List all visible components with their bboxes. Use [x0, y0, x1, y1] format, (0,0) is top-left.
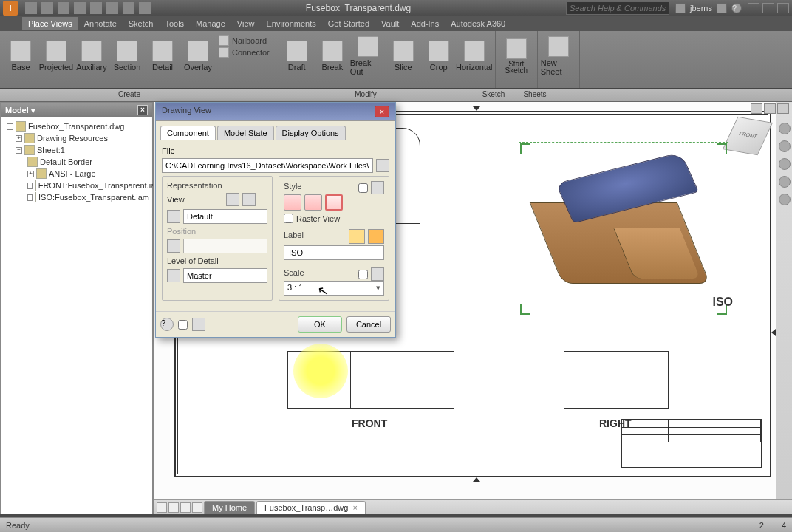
- close-button[interactable]: [777, 3, 789, 13]
- ok-button[interactable]: OK: [298, 316, 342, 332]
- tab-document[interactable]: Fusebox_Transp…dwg×: [256, 501, 366, 514]
- breakout-button[interactable]: Break Out: [350, 34, 386, 78]
- raster-checkbox[interactable]: [284, 214, 293, 223]
- maximize-button[interactable]: [762, 3, 774, 13]
- section-button[interactable]: Section: [109, 34, 145, 78]
- doc-minimize-button[interactable]: [751, 103, 762, 114]
- break-button[interactable]: Break: [315, 34, 350, 78]
- collapse-icon[interactable]: −: [16, 147, 22, 154]
- qat-home-icon[interactable]: [123, 2, 134, 14]
- overlay-button[interactable]: Overlay: [180, 34, 216, 78]
- scale-link-icon[interactable]: [371, 267, 384, 281]
- view-assoc-icon[interactable]: [226, 193, 239, 206]
- qat-new-icon[interactable]: [25, 2, 37, 14]
- tab-close-icon[interactable]: ×: [352, 503, 357, 512]
- qat-more-icon[interactable]: [139, 2, 151, 14]
- tab-nav-prev-icon[interactable]: [168, 502, 179, 513]
- tab-manage[interactable]: Manage: [190, 17, 231, 30]
- style-hidden-icon[interactable]: [284, 194, 301, 211]
- tab-a360[interactable]: Autodesk A360: [445, 17, 511, 30]
- lod-select[interactable]: Master: [183, 268, 267, 283]
- tree-sheet[interactable]: −Sheet:1: [4, 144, 149, 156]
- crop-button[interactable]: Crop: [421, 34, 457, 78]
- tree-ansi-large[interactable]: +ANSI - Large: [4, 168, 149, 180]
- new-sheet-button[interactable]: New Sheet: [541, 34, 576, 78]
- tab-tools[interactable]: Tools: [159, 17, 190, 30]
- dialog-option-checkbox[interactable]: [178, 320, 188, 330]
- doc-maximize-button[interactable]: [764, 103, 776, 114]
- tab-sketch[interactable]: Sketch: [123, 17, 160, 30]
- qat-open-icon[interactable]: [41, 2, 53, 14]
- tab-get-started[interactable]: Get Started: [322, 17, 375, 30]
- doc-close-button[interactable]: [777, 103, 789, 114]
- tab-model-state[interactable]: Model State: [217, 126, 274, 140]
- dialog-close-button[interactable]: ×: [375, 106, 389, 117]
- qat-save-icon[interactable]: [58, 2, 69, 14]
- orient-arrow-top-icon[interactable]: [473, 106, 480, 111]
- expand-icon[interactable]: +: [27, 194, 33, 201]
- browser-header[interactable]: Model ▾ ×: [1, 103, 152, 117]
- connector-button[interactable]: Connector: [219, 47, 270, 58]
- orient-arrow-bottom-icon[interactable]: [473, 477, 480, 482]
- tab-environments[interactable]: Environments: [261, 17, 322, 30]
- qat-undo-icon[interactable]: [74, 2, 86, 14]
- tree-default-border[interactable]: Default Border: [4, 156, 149, 168]
- tab-addins[interactable]: Add-Ins: [405, 17, 445, 30]
- tree-root[interactable]: −Fusebox_Transparent.dwg: [4, 120, 149, 132]
- exchange-icon[interactable]: [717, 3, 727, 13]
- scale-select[interactable]: 3 : 1: [284, 281, 384, 296]
- label-visibility-button[interactable]: [349, 229, 365, 244]
- slice-button[interactable]: Slice: [386, 34, 421, 78]
- front-view-geometry[interactable]: [287, 351, 454, 409]
- tab-vault[interactable]: Vault: [375, 17, 405, 30]
- expand-icon[interactable]: +: [27, 183, 33, 189]
- cancel-button[interactable]: Cancel: [346, 316, 391, 332]
- tree-front-view[interactable]: +FRONT:Fusebox_Transparent.iam: [4, 180, 149, 191]
- title-block[interactable]: [621, 419, 762, 468]
- projected-button[interactable]: Projected: [38, 34, 74, 78]
- expand-icon[interactable]: +: [27, 171, 34, 177]
- pan-icon[interactable]: [779, 140, 791, 152]
- file-browse-button[interactable]: [376, 159, 389, 172]
- view-rep-icon[interactable]: [167, 210, 180, 223]
- tab-nav-first-icon[interactable]: [157, 502, 167, 513]
- style-link-icon[interactable]: [371, 181, 384, 194]
- lod-rep-icon[interactable]: [167, 269, 180, 282]
- zoom-icon[interactable]: [779, 158, 791, 170]
- qat-print-icon[interactable]: [106, 2, 118, 14]
- right-view-geometry[interactable]: [564, 351, 669, 409]
- signin-icon[interactable]: [675, 3, 686, 13]
- label-input[interactable]: [284, 245, 384, 260]
- help-icon[interactable]: ?: [731, 3, 742, 13]
- lookat-icon[interactable]: [779, 194, 791, 205]
- dialog-orient-icon[interactable]: [192, 318, 205, 331]
- base-button[interactable]: Base: [3, 34, 38, 78]
- tab-nav-next-icon[interactable]: [180, 502, 191, 513]
- nailboard-button[interactable]: Nailboard: [219, 35, 270, 46]
- detail-button[interactable]: Detail: [145, 34, 180, 78]
- view-options-icon[interactable]: [242, 193, 256, 206]
- expand-icon[interactable]: +: [16, 135, 22, 142]
- tab-my-home[interactable]: My Home: [204, 501, 255, 514]
- label-edit-button[interactable]: [368, 229, 384, 244]
- collapse-icon[interactable]: −: [7, 123, 13, 130]
- auxiliary-button[interactable]: Auxiliary: [74, 34, 109, 78]
- tab-annotate[interactable]: Annotate: [78, 17, 123, 30]
- browser-close-button[interactable]: ×: [137, 105, 148, 115]
- tree-iso-view[interactable]: +ISO:Fusebox_Transparent.iam: [4, 191, 149, 203]
- iso-view-preview[interactable]: ISO: [520, 143, 727, 315]
- orbit-icon[interactable]: [779, 176, 791, 188]
- view-select[interactable]: Default: [183, 209, 267, 224]
- tab-display-options[interactable]: Display Options: [276, 126, 346, 140]
- style-shaded-icon[interactable]: [325, 194, 343, 211]
- tab-component[interactable]: Component: [160, 126, 216, 140]
- minimize-button[interactable]: [748, 3, 759, 13]
- style-inherit-checkbox[interactable]: [358, 183, 368, 193]
- qat-redo-icon[interactable]: [90, 2, 102, 14]
- tab-view[interactable]: View: [231, 17, 261, 30]
- start-sketch-button[interactable]: Start Sketch: [499, 34, 534, 78]
- tree-drawing-resources[interactable]: +Drawing Resources: [4, 132, 149, 144]
- nav-wheel-icon[interactable]: [779, 123, 791, 134]
- dialog-titlebar[interactable]: Drawing View ×: [156, 103, 395, 121]
- app-logo[interactable]: I: [3, 1, 18, 16]
